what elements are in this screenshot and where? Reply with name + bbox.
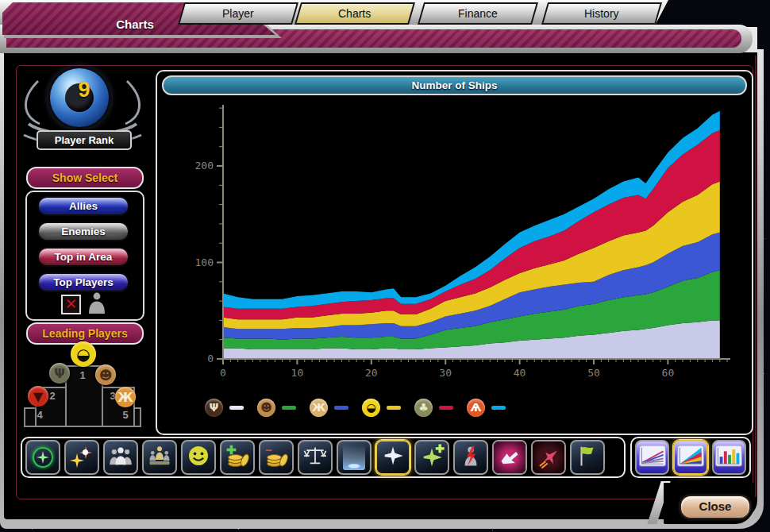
chart-type-area-button[interactable] [673, 440, 707, 475]
toolbar-military-power-button[interactable] [453, 440, 488, 475]
toolbar-ships-total-button[interactable] [375, 440, 410, 475]
chart-legend: Ψ☻Ж◒♣Ѧ [205, 395, 506, 419]
research-beam-icon [343, 445, 365, 470]
chart-line-icon [639, 445, 666, 470]
podium-rank-5-spider-orange-icon[interactable]: Ж [115, 387, 136, 407]
trade-balance-icon [303, 444, 327, 471]
territory-flag-icon [576, 444, 599, 471]
legend-color-dash [387, 406, 401, 410]
chart-type-line-button[interactable] [635, 440, 669, 475]
approval-icon [187, 444, 210, 471]
spider-race-icon: Ж [310, 399, 328, 417]
podium-rank-number: 1 [77, 369, 88, 381]
podium-rank-3-face-bronze-icon[interactable]: ☻ [95, 364, 116, 385]
legend-item-leaf: ♣ [414, 399, 453, 417]
toolbar-income-button[interactable]: ✚ [220, 440, 255, 475]
tab-label: History [584, 7, 619, 20]
ground-forces-icon [494, 441, 526, 473]
podium-rank-number: 5 [120, 409, 131, 421]
show-select-allies-button[interactable]: Allies [37, 196, 129, 216]
population-icon [108, 444, 133, 471]
person-filter-icon[interactable] [87, 291, 106, 318]
toolbar-main: ✚ −✚ [21, 437, 626, 478]
filter-checkbox[interactable]: ✕ [61, 295, 81, 314]
show-select-header: Show Select [26, 167, 144, 189]
svg-text:10: 10 [291, 367, 304, 379]
tab-label: Player [222, 7, 254, 20]
legend-item-face: ☻ [257, 399, 296, 417]
svg-text:200: 200 [195, 160, 214, 172]
player-rank-label: Player Rank [37, 130, 132, 150]
podium-rank-number: 4 [34, 409, 45, 421]
toolbar-ground-forces-button[interactable] [492, 440, 527, 475]
expenses-icon: − [264, 445, 288, 469]
close-button[interactable]: Close [680, 495, 751, 519]
legend-color-dash [229, 406, 244, 410]
face-race-icon: ☻ [257, 399, 275, 417]
show-select-enemies-button[interactable]: Enemies [37, 222, 129, 241]
player-rank-value: 9 [68, 78, 100, 102]
income-icon: ✚ [225, 445, 249, 469]
ships-total-icon [381, 444, 405, 471]
chart-area-icon [677, 445, 704, 470]
svg-text:50: 50 [587, 367, 600, 379]
leaf-race-icon: ♣ [414, 399, 433, 417]
kraken-race-icon: Ψ [205, 399, 223, 417]
legend-color-dash [491, 406, 506, 410]
svg-text:20: 20 [365, 367, 378, 379]
legend-item-bug: Ѧ [467, 399, 506, 417]
ships-chart: 01020304050600100200 [157, 94, 749, 430]
podium-rank-1-helm-yellow-icon[interactable]: ◒ [71, 341, 96, 367]
ships-built-icon: ✚ [420, 445, 444, 469]
legend-item-spider: Ж [310, 399, 348, 417]
legend-color-dash [282, 406, 296, 410]
page-title: Charts [75, 17, 194, 31]
toolbar-ships-built-button[interactable]: ✚ [414, 440, 449, 475]
chart-bar-icon [715, 445, 742, 470]
toolbar-explosion-button[interactable] [64, 440, 99, 475]
svg-text:30: 30 [439, 367, 452, 379]
toolbar-chart-types [630, 437, 751, 478]
tab-finance[interactable]: Finance [418, 2, 538, 25]
leading-players-podium: ◒1Ψ2☻3▼4Ж5 [22, 341, 143, 427]
podium-rank-2-kraken-olive-icon[interactable]: Ψ [49, 363, 70, 384]
tab-label: Charts [338, 7, 371, 20]
svg-text:0: 0 [207, 353, 214, 364]
right-accent-line [755, 56, 757, 497]
ships-lost-icon [533, 441, 564, 473]
legend-color-dash [439, 406, 453, 410]
show-select-top-in-area-button[interactable]: Top in Area [37, 247, 129, 267]
toolbar-expenses-button[interactable]: − [259, 440, 294, 475]
legend-color-dash [334, 406, 348, 410]
legend-item-kraken: Ψ [205, 399, 244, 417]
chart-title: Number of Ships [162, 75, 747, 95]
civilization-icon [147, 444, 172, 471]
svg-text:60: 60 [662, 367, 675, 379]
svg-text:100: 100 [195, 256, 214, 268]
toolbar-trade-balance-button[interactable] [298, 440, 333, 475]
podium-rank-number: 2 [47, 390, 58, 402]
military-power-icon [459, 444, 483, 471]
toolbar-research-beam-button[interactable] [337, 440, 372, 475]
toolbar-approval-button[interactable] [181, 440, 216, 475]
show-select-top-players-button[interactable]: Top Players [37, 272, 129, 292]
tab-label: Finance [458, 7, 498, 20]
legend-item-helm: ◒ [362, 399, 401, 417]
explosion-icon [69, 445, 94, 470]
toolbar-civilization-button[interactable] [142, 440, 177, 475]
podium-rank-4-arrow-red-icon[interactable]: ▼ [28, 386, 48, 407]
tab-history[interactable]: History [541, 2, 662, 25]
chart-type-bar-button[interactable] [712, 440, 746, 475]
toolbar-influence-button[interactable] [25, 440, 60, 475]
tab-charts[interactable]: Charts [295, 2, 415, 25]
sky-corner-right [757, 0, 770, 49]
svg-text:0: 0 [220, 367, 226, 379]
tab-player[interactable]: Player [178, 2, 298, 25]
toolbar-ships-lost-button[interactable] [531, 440, 566, 475]
svg-text:40: 40 [514, 367, 526, 379]
bug-race-icon: Ѧ [467, 399, 485, 417]
influence-icon [31, 445, 55, 469]
toolbar-population-button[interactable] [103, 440, 138, 475]
helm-race-icon: ◒ [362, 399, 380, 417]
toolbar-territory-flag-button[interactable] [570, 440, 605, 475]
